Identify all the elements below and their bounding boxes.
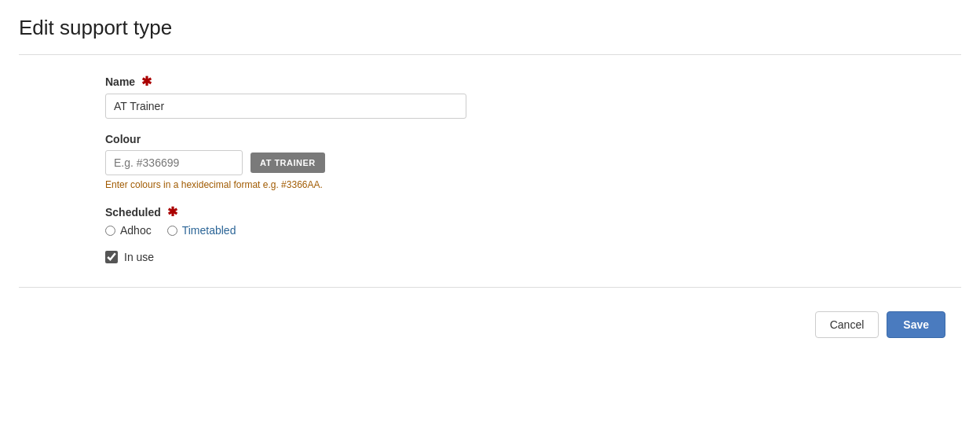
page-container: Edit support type Name ✱ Colour AT TRAIN… <box>0 0 980 441</box>
radio-option-adhoc[interactable]: Adhoc <box>105 224 152 237</box>
radio-timetabled[interactable] <box>167 226 177 236</box>
in-use-label[interactable]: In use <box>124 251 154 263</box>
colour-field-group: Colour AT TRAINER Enter colours in a hex… <box>105 133 961 190</box>
radio-timetabled-label: Timetabled <box>182 224 236 237</box>
colour-preview-button: AT TRAINER <box>250 153 325 173</box>
radio-group: Adhoc Timetabled <box>105 224 961 237</box>
colour-label: Colour <box>105 133 961 145</box>
scheduled-label: Scheduled ✱ <box>105 204 961 219</box>
colour-input[interactable] <box>105 150 243 175</box>
scheduled-required-star: ✱ <box>167 205 177 219</box>
colour-row: AT TRAINER <box>105 150 961 175</box>
radio-adhoc[interactable] <box>105 226 115 236</box>
radio-adhoc-label: Adhoc <box>120 224 152 237</box>
footer-actions: Cancel Save <box>19 303 961 354</box>
name-required-star: ✱ <box>141 75 152 88</box>
in-use-row: In use <box>105 251 961 263</box>
radio-option-timetabled[interactable]: Timetabled <box>167 224 236 237</box>
save-button[interactable]: Save <box>887 311 945 338</box>
colour-hint: Enter colours in a hexidecimal format e.… <box>105 179 961 190</box>
scheduled-field-group: Scheduled ✱ Adhoc Timetabled <box>105 204 961 237</box>
cancel-button[interactable]: Cancel <box>815 311 879 338</box>
name-label: Name ✱ <box>105 74 961 89</box>
name-field-group: Name ✱ <box>105 74 961 119</box>
name-input[interactable] <box>105 94 466 119</box>
in-use-checkbox[interactable] <box>105 251 118 263</box>
page-title: Edit support type <box>19 16 961 55</box>
form-section: Name ✱ Colour AT TRAINER Enter colours i… <box>19 74 961 263</box>
divider <box>19 287 961 288</box>
